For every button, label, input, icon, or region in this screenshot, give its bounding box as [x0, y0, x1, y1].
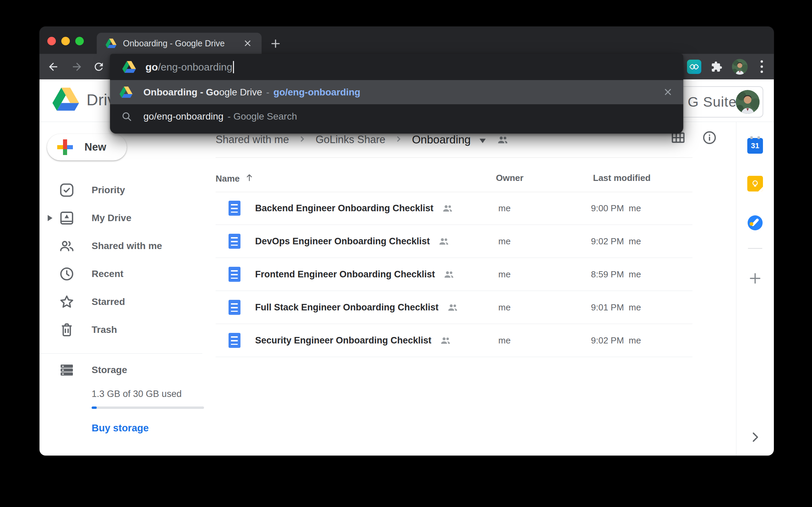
sidebar-item-shared-with-me[interactable]: Shared with me — [40, 235, 203, 257]
google-docs-icon — [229, 300, 240, 315]
new-tab-button[interactable] — [270, 38, 281, 49]
my-drive-icon — [59, 210, 75, 226]
shared-people-icon — [442, 202, 453, 214]
omnibox[interactable]: go/eng-onboarding — [110, 54, 683, 80]
shared-people-icon — [443, 268, 455, 280]
tab-bar: Onboarding - Google Drive — [40, 27, 774, 54]
suggestion-search-row[interactable]: go/eng-onboarding- Google Search — [110, 104, 683, 129]
file-row[interactable]: Security Engineer Onboarding Checklist m… — [216, 324, 692, 357]
google-calendar-icon[interactable]: 31 — [747, 138, 763, 154]
storage-progress-bar — [92, 406, 204, 409]
minimize-window-button[interactable] — [61, 37, 70, 45]
column-header-last-modified[interactable]: Last modified — [593, 173, 651, 183]
shared-people-icon — [447, 302, 458, 313]
drive-account-avatar[interactable] — [736, 90, 760, 114]
omnibox-input[interactable]: go/eng-onboarding — [145, 61, 234, 73]
browser-menu-icon[interactable] — [757, 60, 766, 73]
breadcrumb-onboarding[interactable]: Onboarding — [412, 133, 470, 146]
back-button-icon[interactable] — [47, 61, 59, 73]
new-button[interactable]: New — [47, 134, 127, 160]
window-controls — [47, 37, 84, 45]
drive-favicon-icon — [122, 61, 136, 73]
shared-people-icon — [59, 238, 75, 254]
side-panel-divider — [748, 248, 762, 249]
browser-profile-avatar[interactable] — [732, 59, 748, 75]
gsuite-label: G Suite — [688, 94, 737, 110]
breadcrumb-golinks-share[interactable]: GoLinks Share — [315, 134, 385, 146]
zoom-window-button[interactable] — [75, 37, 84, 45]
info-icon[interactable] — [702, 130, 717, 145]
close-window-button[interactable] — [47, 37, 56, 45]
drive-triangle-icon — [52, 88, 79, 111]
buy-storage-link[interactable]: Buy storage — [92, 422, 149, 434]
breadcrumb-divider — [216, 157, 692, 158]
forward-button-icon[interactable] — [71, 61, 83, 73]
text-cursor — [233, 61, 234, 73]
reload-button-icon[interactable] — [93, 61, 105, 73]
google-docs-icon — [229, 201, 240, 216]
file-row[interactable]: Backend Engineer Onboarding Checklist me… — [216, 192, 692, 225]
drive-favicon-icon — [106, 39, 116, 48]
chevron-right-icon — [394, 135, 403, 145]
multicolor-plus-icon — [57, 139, 73, 155]
file-row[interactable]: Frontend Engineer Onboarding Checklist m… — [216, 258, 692, 291]
gsuite-badge: G Suite — [679, 86, 763, 118]
browser-tab[interactable]: Onboarding - Google Drive — [97, 33, 262, 54]
column-header-owner[interactable]: Owner — [496, 173, 524, 183]
browser-window: Onboarding - Google Drive — [40, 27, 774, 456]
expand-caret-icon[interactable] — [48, 215, 52, 221]
sidebar-item-my-drive[interactable]: My Drive — [40, 207, 203, 229]
extensions-puzzle-icon[interactable] — [711, 61, 722, 73]
file-row[interactable]: DevOps Engineer Onboarding Checklist me … — [216, 225, 692, 258]
google-tasks-icon[interactable] — [747, 215, 763, 231]
chevron-right-icon — [298, 135, 307, 145]
tab-title: Onboarding - Google Drive — [123, 39, 238, 48]
folder-shared-icon — [497, 134, 509, 146]
shared-people-icon — [440, 335, 451, 346]
google-docs-icon — [229, 234, 240, 249]
sidebar-item-trash[interactable]: Trash — [40, 319, 203, 341]
google-docs-icon — [229, 267, 240, 282]
trash-icon — [59, 322, 75, 338]
file-row[interactable]: Full Stack Engineer Onboarding Checklist… — [216, 291, 692, 324]
suggestion-drive-row[interactable]: Onboarding - Google Drive-go/eng-onboard… — [110, 80, 683, 104]
collapse-panel-chevron-icon[interactable] — [748, 430, 762, 444]
file-list-header: Name Owner Last modified — [40, 167, 774, 192]
google-keep-icon[interactable] — [747, 176, 763, 191]
clock-icon — [59, 266, 75, 282]
folder-dropdown-caret-icon[interactable] — [480, 139, 486, 143]
sidebar-item-recent[interactable]: Recent — [40, 263, 203, 285]
google-docs-icon — [229, 333, 240, 348]
search-icon — [121, 111, 132, 122]
golinks-extension-icon[interactable] — [687, 60, 701, 74]
sort-ascending-icon[interactable] — [245, 173, 254, 185]
add-addon-icon[interactable] — [748, 271, 763, 286]
storage-progress-fill — [92, 406, 97, 409]
sidebar-item-starred[interactable]: Starred — [40, 291, 203, 313]
shared-people-icon — [438, 235, 450, 247]
storage-usage-text: 1.3 GB of 30 GB used — [92, 389, 182, 399]
omnibox-dropdown: go/eng-onboarding Onboarding - Google Dr… — [110, 54, 683, 134]
star-icon — [59, 294, 75, 310]
sidebar-divider — [40, 353, 202, 354]
side-panel: 31 — [736, 122, 774, 456]
column-header-name[interactable]: Name — [216, 173, 254, 185]
drive-page: Drive G Suite New Priority — [40, 79, 774, 456]
breadcrumb-shared-with-me[interactable]: Shared with me — [216, 134, 289, 146]
storage-icon — [59, 362, 75, 378]
sidebar-item-storage[interactable]: Storage — [40, 359, 203, 381]
remove-suggestion-icon[interactable] — [663, 87, 673, 97]
drive-favicon-icon — [120, 86, 132, 98]
tab-close-icon[interactable] — [243, 38, 253, 48]
